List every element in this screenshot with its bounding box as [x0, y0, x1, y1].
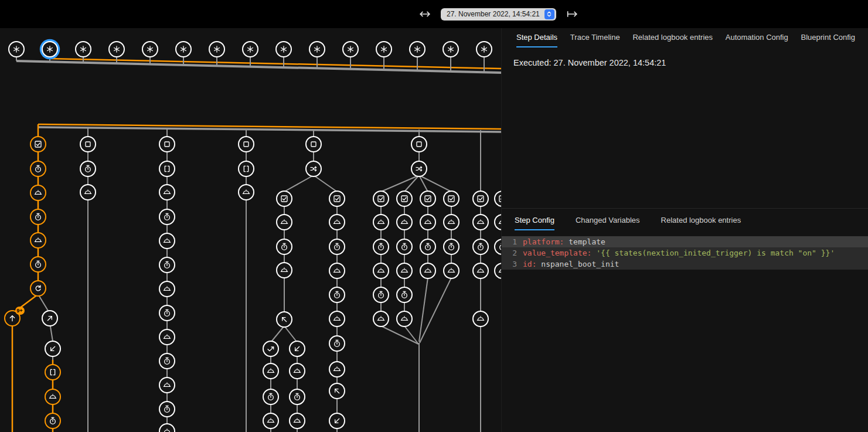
graph-node-asterisk[interactable] [8, 41, 25, 57]
graph-node-square[interactable] [159, 136, 175, 152]
run-selector[interactable]: 27. November 2022, 14:54:21 [441, 8, 556, 21]
graph-node-dome[interactable] [396, 214, 413, 230]
graph-node-asterisk[interactable] [242, 41, 258, 57]
graph-node-timer[interactable] [329, 335, 345, 352]
graph-node-asterisk[interactable] [442, 41, 459, 57]
graph-node-dome[interactable] [159, 377, 175, 393]
graph-node-asterisk[interactable] [108, 41, 125, 57]
graph-node-dome[interactable] [30, 232, 46, 249]
graph-node-arrow-down-left[interactable] [329, 413, 345, 429]
graph-node-dome[interactable] [159, 184, 175, 200]
tab-changed-variables[interactable]: Changed Variables [576, 211, 640, 230]
graph-node-asterisk[interactable] [409, 41, 426, 57]
graph-node-timer[interactable] [30, 209, 46, 225]
graph-node-square[interactable] [411, 136, 427, 152]
graph-node-dome[interactable] [289, 413, 305, 429]
graph-node-timer[interactable] [276, 239, 292, 255]
graph-node-asterisk[interactable] [275, 41, 292, 57]
graph-node-timer[interactable] [45, 413, 61, 429]
graph-node-asterisk[interactable] [175, 41, 192, 57]
graph-node-arrow-up-left[interactable] [329, 383, 345, 399]
graph-node-brackets[interactable] [159, 161, 175, 177]
graph-node-asterisk[interactable] [209, 41, 225, 57]
graph-node-timer[interactable] [159, 353, 175, 369]
graph-node-dome[interactable] [373, 311, 389, 327]
tab-blueprint-config[interactable]: Blueprint Config [801, 28, 855, 47]
graph-node-checkbox[interactable] [472, 191, 489, 207]
next-run-icon[interactable] [564, 6, 580, 22]
graph-node-square[interactable] [238, 136, 254, 152]
graph-node-dome[interactable] [80, 184, 96, 200]
graph-node-dome[interactable] [396, 311, 413, 327]
graph-node-dome[interactable] [329, 214, 345, 230]
graph-node-timer[interactable] [289, 389, 305, 405]
graph-node-dome[interactable] [45, 389, 61, 405]
graph-node-check-arrow[interactable] [263, 341, 279, 357]
graph-node-arrow-down-left[interactable] [45, 341, 61, 357]
graph-node-checkbox[interactable] [30, 136, 46, 152]
graph-node-dome[interactable] [159, 423, 175, 432]
graph-node-dome[interactable] [420, 214, 436, 230]
graph-node-dome[interactable] [263, 363, 279, 379]
graph-node-dome[interactable] [238, 184, 254, 200]
graph-node-timer[interactable] [159, 209, 175, 225]
graph-node-timer[interactable] [443, 239, 459, 255]
graph-node-brackets[interactable] [238, 161, 254, 177]
graph-node-dome[interactable] [276, 262, 292, 278]
graph-node-asterisk[interactable] [376, 41, 392, 57]
graph-node-checkbox[interactable] [494, 191, 502, 207]
graph-node-timer[interactable] [472, 239, 489, 255]
graph-node-shuffle[interactable] [411, 161, 427, 177]
graph-node-timer[interactable] [159, 257, 175, 273]
tab-config-related-logbook-entries[interactable]: Related logbook entries [661, 211, 741, 230]
graph-node-dome[interactable] [263, 413, 279, 429]
graph-node-asterisk[interactable] [75, 41, 91, 57]
graph-node-dome[interactable] [494, 214, 502, 230]
tab-step-details[interactable]: Step Details [516, 28, 557, 47]
graph-node-checkbox[interactable] [396, 191, 413, 207]
graph-node-dome[interactable] [443, 263, 459, 279]
tab-trace-timeline[interactable]: Trace Timeline [570, 28, 620, 47]
graph-node-dome[interactable] [443, 214, 459, 230]
graph-node-timer[interactable] [420, 239, 436, 255]
graph-node-timer[interactable] [329, 287, 345, 303]
graph-node-asterisk[interactable] [342, 41, 359, 57]
graph-node-arrow-up[interactable]: 9+ [4, 310, 21, 326]
graph-node-timer[interactable] [80, 161, 96, 177]
graph-node-dome[interactable] [159, 281, 175, 297]
graph-node-asterisk[interactable] [476, 41, 492, 57]
tab-automation-config[interactable]: Automation Config [726, 28, 788, 47]
graph-node-dome[interactable] [30, 185, 46, 201]
graph-node-timer[interactable] [396, 287, 413, 303]
graph-node-dome[interactable] [396, 263, 413, 279]
graph-node-dome[interactable] [159, 329, 175, 345]
previous-run-icon[interactable] [417, 6, 433, 22]
graph-node-square[interactable] [80, 136, 96, 152]
graph-node-timer[interactable] [30, 161, 46, 177]
graph-node-arrow-down-left[interactable] [289, 341, 305, 357]
graph-node-repeat[interactable] [30, 280, 46, 297]
graph-node-dome[interactable] [472, 214, 489, 230]
graph-node-dome[interactable] [472, 263, 489, 279]
graph-node-dome[interactable] [373, 214, 389, 230]
graph-node-checkbox[interactable] [420, 191, 436, 207]
graph-node-dome[interactable] [329, 263, 345, 279]
graph-node-dome[interactable] [329, 311, 345, 327]
graph-node-timer[interactable] [159, 305, 175, 321]
graph-node-arrow-up-right[interactable] [42, 310, 58, 326]
graph-node-timer[interactable] [396, 239, 413, 255]
graph-node-dome[interactable] [472, 311, 489, 327]
graph-node-checkbox[interactable] [276, 191, 292, 207]
tab-related-logbook-entries[interactable]: Related logbook entries [632, 28, 713, 47]
graph-node-square[interactable] [305, 136, 322, 152]
step-config-code-editor[interactable]: 1 platform: template 2 value_template: '… [502, 236, 868, 270]
graph-node-asterisk[interactable] [142, 41, 158, 57]
graph-node-checkbox[interactable] [443, 191, 459, 207]
run-stepper-icon[interactable] [544, 9, 554, 19]
graph-node-timer[interactable] [329, 239, 345, 255]
graph-node-timer[interactable] [373, 239, 389, 255]
tab-step-config[interactable]: Step Config [515, 211, 554, 230]
graph-node-timer[interactable] [494, 239, 502, 255]
graph-node-dome[interactable] [420, 263, 436, 279]
graph-node-timer[interactable] [263, 389, 279, 405]
